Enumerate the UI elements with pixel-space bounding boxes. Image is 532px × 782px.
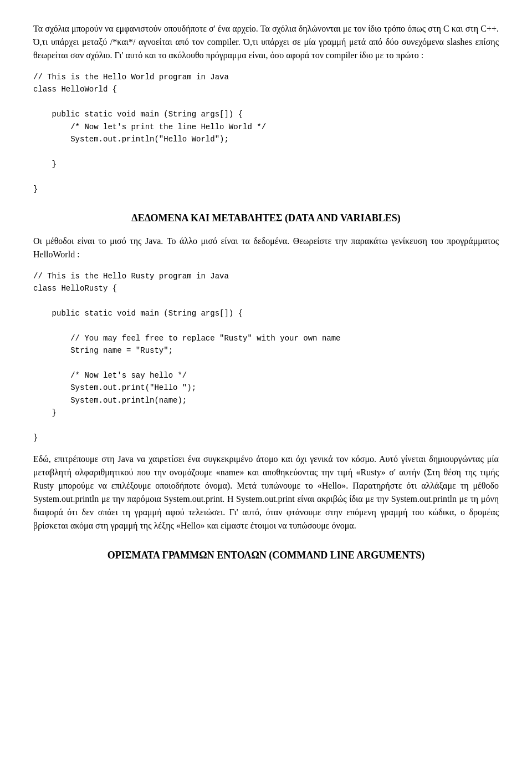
paragraph-1: Τα σχόλια μπορούν να εμφανιστούν οπουδήπ… xyxy=(33,22,499,62)
code-block-2: // This is the Hello Rusty program in Ja… xyxy=(33,270,499,444)
paragraph-2: Οι μέθοδοι είναι το μισό της Java. Το άλ… xyxy=(33,235,499,261)
paragraph-3: Εδώ, επιτρέπουμε στη Java να χαιρετίσει … xyxy=(33,453,499,532)
section-heading-2: ΟΡΙΣΜΑΤΑ ΓΡΑΜΜΩΝ ΕΝΤΟΛΩΝ (COMMAND LINE A… xyxy=(33,548,499,563)
code-block-1: // This is the Hello World program in Ja… xyxy=(33,71,499,195)
section-heading-1: ΔΕΔΟΜΕΝΑ ΚΑΙ ΜΕΤΑΒΛΗΤΕΣ (DATA AND VARIAB… xyxy=(33,211,499,226)
